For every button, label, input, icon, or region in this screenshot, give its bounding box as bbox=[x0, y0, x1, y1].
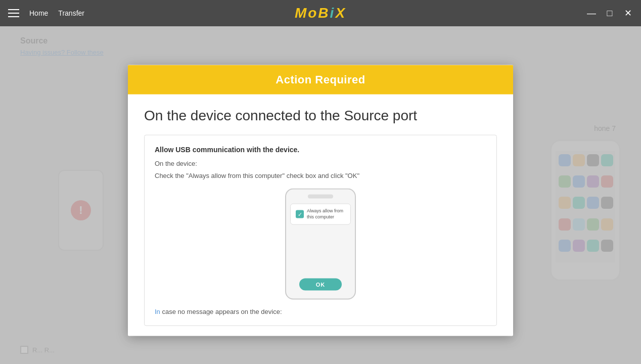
phone-ok-button: OK bbox=[299, 279, 342, 291]
close-button[interactable]: ✕ bbox=[623, 8, 633, 19]
restore-button[interactable]: □ bbox=[605, 8, 615, 19]
modal-title: Action Required bbox=[276, 73, 365, 86]
titlebar: Home Transfer MoBiX — □ ✕ bbox=[0, 0, 641, 26]
in-case-text: In case no message appears on the device… bbox=[155, 308, 486, 315]
modal-content-box: Allow USB communication with the device.… bbox=[144, 135, 497, 326]
phone-notch bbox=[308, 195, 333, 199]
modal-header: Action Required bbox=[128, 65, 513, 95]
modal-scroll-area[interactable]: Allow USB communication with the device.… bbox=[155, 146, 486, 315]
modal-body: On the device connected to the Source po… bbox=[128, 95, 513, 336]
phone-dialog-text: Always allow from this computer bbox=[307, 208, 345, 220]
app-logo: MoBiX bbox=[295, 5, 346, 21]
hamburger-menu-icon[interactable] bbox=[8, 9, 19, 17]
instruction-title: Allow USB communication with the device. bbox=[155, 146, 486, 154]
titlebar-right: — □ ✕ bbox=[586, 8, 633, 19]
phone-illustration-wrap: Always allow from this computer OK bbox=[155, 189, 486, 300]
phone-illustration: Always allow from this computer OK bbox=[285, 189, 356, 300]
phone-body-space bbox=[290, 229, 351, 279]
minimize-button[interactable]: — bbox=[586, 8, 597, 19]
instruction-step2: Check the "Always allow from this comput… bbox=[155, 170, 486, 180]
phone-dialog-box: Always allow from this computer bbox=[290, 204, 351, 224]
action-required-modal: Action Required On the device connected … bbox=[128, 65, 513, 336]
nav-home[interactable]: Home bbox=[29, 9, 48, 17]
phone-checked-checkbox bbox=[296, 210, 304, 218]
main-content: Source Having issues? Follow these ! hon… bbox=[0, 26, 641, 364]
nav-transfer[interactable]: Transfer bbox=[58, 9, 84, 17]
instruction-step1: On the device: bbox=[155, 159, 486, 169]
titlebar-left: Home Transfer bbox=[8, 9, 84, 17]
phone-dialog-row: Always allow from this computer bbox=[296, 208, 345, 220]
modal-main-text: On the device connected to the Source po… bbox=[144, 107, 497, 125]
in-case-rest: case no message appears on the device: bbox=[160, 308, 282, 315]
in-case-blue: In bbox=[155, 308, 160, 315]
